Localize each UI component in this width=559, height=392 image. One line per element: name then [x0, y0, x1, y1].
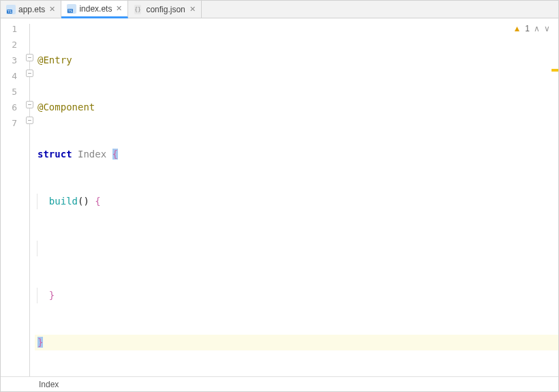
brace-token: { [112, 149, 118, 160]
paren-token: () [78, 196, 89, 207]
keyword-token: struct [37, 149, 72, 160]
error-stripe[interactable] [552, 18, 558, 376]
ts-file-icon: TS [6, 5, 16, 14]
svg-text:TS: TS [7, 10, 12, 14]
tab-label: config.json [146, 5, 185, 14]
tab-config-json[interactable]: {} config.json ✕ [128, 1, 201, 18]
tab-bar: TS app.ets ✕ TS index.ets ✕ {} config.js… [1, 1, 558, 18]
tab-index-ets[interactable]: TS index.ets ✕ [61, 1, 128, 18]
line-number: 6 [1, 100, 17, 115]
line-number: 5 [1, 84, 17, 100]
warning-icon: ▲ [513, 21, 521, 37]
editor[interactable]: 1 2 3 4 5 6 7 @Entry @Component struct I… [1, 18, 558, 376]
tab-label: app.ets [18, 5, 45, 14]
tab-label: index.ets [79, 4, 112, 14]
code-area[interactable]: @Entry @Component struct Index { build()… [35, 18, 558, 376]
breadcrumb[interactable]: Index [1, 376, 558, 391]
line-number: 3 [1, 52, 17, 68]
chevron-down-icon[interactable]: ∨ [544, 21, 550, 37]
close-icon[interactable]: ✕ [49, 5, 55, 14]
decorator-token: @Component [37, 102, 95, 112]
close-icon[interactable]: ✕ [116, 4, 122, 13]
brace-token: { [95, 196, 100, 207]
svg-text:{}: {} [135, 7, 142, 13]
brace-token: } [49, 290, 55, 301]
line-number: 7 [1, 115, 17, 131]
line-number-gutter: 1 2 3 4 5 6 7 [1, 18, 25, 376]
close-icon[interactable]: ✕ [190, 5, 196, 14]
inspection-widget[interactable]: ▲ 1 ∧ ∨ [513, 21, 550, 37]
json-file-icon: {} [134, 5, 143, 14]
type-token: Index [78, 149, 106, 160]
breadcrumb-item[interactable]: Index [39, 380, 59, 389]
fold-gutter [25, 18, 35, 376]
brace-token: } [37, 337, 43, 348]
chevron-up-icon[interactable]: ∧ [534, 21, 540, 37]
line-number: 2 [1, 37, 17, 52]
tab-app-ets[interactable]: TS app.ets ✕ [1, 1, 61, 18]
decorator-token: @Entry [37, 55, 72, 65]
fold-toggle-icon[interactable] [26, 117, 33, 124]
warning-marker[interactable] [552, 69, 558, 72]
svg-text:TS: TS [68, 9, 73, 13]
line-number: 1 [1, 21, 17, 37]
method-token: build [49, 196, 78, 207]
fold-toggle-icon[interactable] [26, 70, 33, 77]
fold-toggle-icon[interactable] [26, 54, 33, 61]
fold-toggle-icon[interactable] [26, 101, 33, 108]
line-number: 4 [1, 68, 17, 84]
inspection-count: 1 [525, 21, 530, 37]
ts-file-icon: TS [67, 4, 76, 14]
